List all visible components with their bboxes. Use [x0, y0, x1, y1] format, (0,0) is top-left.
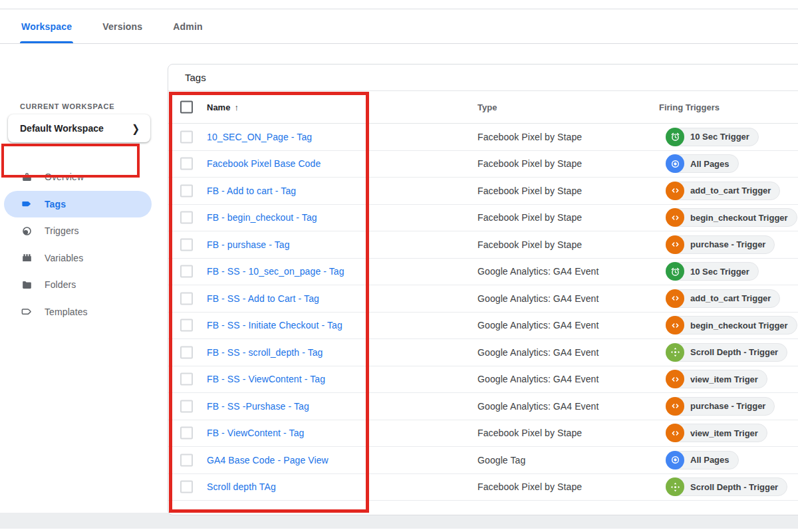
tag-name-link[interactable]: FB - SS - scroll_depth - Tag	[207, 347, 323, 358]
table-row: FB - SS -Purshase - Tag Google Analytics…	[168, 393, 798, 420]
row-checkbox[interactable]	[180, 346, 193, 358]
table-row: GA4 Base Code - Page View Google Tag All…	[168, 447, 798, 474]
code-icon	[666, 182, 684, 200]
table-row: Facebook Pixel Base Code Facebook Pixel …	[168, 151, 798, 178]
firing-trigger-label: purchase - Trigger	[690, 401, 765, 411]
row-checkbox[interactable]	[180, 427, 193, 440]
firing-trigger-label: Scroll Depth - Trigger	[690, 347, 778, 357]
code-icon	[666, 289, 684, 308]
row-checkbox[interactable]	[180, 481, 193, 493]
tag-name-link[interactable]: 10_SEC_ON_Page - Tag	[207, 132, 312, 142]
firing-trigger-badge[interactable]: purchase - Trigger	[666, 397, 775, 416]
sidebar: CURRENT WORKSPACE Default Workspace ❯ Ov…	[0, 44, 168, 513]
row-checkbox[interactable]	[180, 373, 193, 386]
row-checkbox[interactable]	[180, 184, 193, 197]
tag-name-link[interactable]: FB - ViewContent - Tag	[207, 428, 304, 438]
tag-name-link[interactable]: FB - SS - 10_sec_on_page - Tag	[207, 266, 344, 277]
tag-name-link[interactable]: FB - purshase - Tag	[207, 239, 290, 250]
firing-trigger-badge[interactable]: 10 Sec Trigger	[666, 262, 759, 281]
firing-trigger-label: begin_checkout Trigger	[690, 213, 788, 223]
table-row: FB - begin_checkout - Tag Facebook Pixel…	[168, 205, 798, 232]
table-row: FB - SS - Initiate Checkout - Tag Google…	[168, 313, 798, 340]
row-checkbox[interactable]	[180, 319, 193, 332]
firing-trigger-label: add_to_cart Trigger	[690, 293, 771, 303]
workspace-selector[interactable]: Default Workspace ❯	[8, 114, 150, 142]
tab-admin[interactable]: Admin	[172, 9, 204, 43]
table-header: Name↑ Type Firing Triggers	[168, 91, 798, 124]
firing-trigger-label: All Pages	[690, 455, 730, 465]
tag-name-link[interactable]: FB - begin_checkout - Tag	[207, 212, 317, 223]
row-checkbox[interactable]	[180, 158, 193, 170]
trigger-icon	[20, 224, 33, 237]
code-icon	[666, 208, 684, 227]
template-icon	[20, 305, 33, 319]
tag-type: Google Analytics: GA4 Event	[477, 401, 598, 412]
tab-admin-label: Admin	[173, 21, 203, 32]
tag-type: Facebook Pixel by Stape	[477, 481, 582, 492]
firing-trigger-badge[interactable]: begin_checkout Trigger	[666, 208, 797, 227]
sidebar-item-tags[interactable]: Tags	[4, 191, 152, 218]
firing-trigger-badge[interactable]: All Pages	[666, 154, 739, 173]
firing-trigger-label: begin_checkout Trigger	[690, 321, 788, 331]
tag-type: Google Analytics: GA4 Event	[477, 293, 598, 304]
firing-trigger-badge[interactable]: Scroll Depth - Trigger	[666, 343, 787, 362]
chevron-right-icon: ❯	[132, 122, 140, 134]
tag-type: Google Tag	[477, 455, 525, 466]
workspace-name: Default Workspace	[20, 123, 104, 134]
row-checkbox[interactable]	[180, 130, 193, 143]
table-row: FB - purshase - Tag Facebook Pixel by St…	[168, 231, 798, 259]
tag-name-link[interactable]: FB - SS - ViewContent - Tag	[207, 374, 325, 384]
tag-type: Google Analytics: GA4 Event	[477, 266, 598, 277]
column-header-firing-triggers: Firing Triggers	[659, 102, 720, 112]
column-header-name[interactable]: Name↑	[207, 102, 239, 112]
main-tabbar: Workspace Versions Admin	[0, 9, 798, 44]
tag-name-link[interactable]: GA4 Base Code - Page View	[207, 455, 329, 466]
firing-trigger-badge[interactable]: view_item Triger	[666, 424, 767, 442]
firing-trigger-badge[interactable]: 10 Sec Trigger	[666, 128, 759, 146]
active-tab-underline	[20, 41, 73, 43]
tag-name-link[interactable]: FB - SS - Initiate Checkout - Tag	[207, 320, 342, 331]
firing-trigger-label: 10 Sec Trigger	[690, 132, 749, 142]
firing-trigger-badge[interactable]: view_item Triger	[666, 370, 767, 388]
tag-type: Facebook Pixel by Stape	[477, 132, 582, 142]
row-checkbox[interactable]	[180, 265, 193, 278]
tag-name-link[interactable]: Facebook Pixel Base Code	[207, 158, 321, 169]
tag-name-link[interactable]: FB - Add to cart - Tag	[207, 186, 296, 196]
sidebar-item-templates[interactable]: Templates	[4, 299, 152, 326]
table-row: FB - SS - Add to Cart - Tag Google Analy…	[168, 285, 798, 313]
firing-trigger-badge[interactable]: begin_checkout Trigger	[666, 316, 797, 334]
row-checkbox[interactable]	[180, 292, 193, 305]
tab-versions[interactable]: Versions	[101, 9, 144, 43]
sidebar-item-triggers[interactable]: Triggers	[4, 217, 152, 245]
sort-ascending-icon: ↑	[234, 102, 239, 112]
sidebar-item-variables[interactable]: Variables	[4, 245, 152, 272]
row-checkbox[interactable]	[180, 211, 193, 224]
row-checkbox[interactable]	[180, 238, 193, 251]
firing-trigger-badge[interactable]: add_to_cart Trigger	[666, 289, 780, 308]
sidebar-nav: Overview Tags Triggers Variables Folders	[0, 164, 168, 325]
table-row: FB - SS - 10_sec_on_page - Tag Google An…	[168, 259, 798, 286]
tab-workspace[interactable]: Workspace	[20, 9, 73, 43]
row-checkbox[interactable]	[180, 454, 193, 466]
code-icon	[666, 235, 684, 254]
tags-panel: Tags Name↑ Type Firing Triggers 10_SEC_O…	[168, 64, 798, 515]
tag-name-link[interactable]: FB - SS -Purshase - Tag	[207, 401, 309, 412]
select-all-checkbox[interactable]	[180, 101, 193, 114]
pageview-icon	[666, 451, 684, 469]
firing-trigger-badge[interactable]: All Pages	[666, 451, 739, 469]
sidebar-item-folders[interactable]: Folders	[4, 271, 152, 299]
tag-name-link[interactable]: Scroll depth TAg	[207, 481, 276, 492]
firing-trigger-badge[interactable]: add_to_cart Trigger	[666, 182, 780, 200]
firing-trigger-badge[interactable]: purchase - Trigger	[666, 235, 775, 254]
sidebar-item-overview[interactable]: Overview	[4, 164, 152, 191]
firing-trigger-badge[interactable]: Scroll Depth - Trigger	[666, 477, 787, 496]
sidebar-item-label: Variables	[45, 253, 83, 263]
table-row: Scroll depth TAg Facebook Pixel by Stape…	[168, 474, 798, 501]
firing-trigger-label: view_item Triger	[690, 374, 758, 384]
folder-icon	[20, 278, 33, 291]
tag-name-link[interactable]: FB - SS - Add to Cart - Tag	[207, 293, 319, 304]
sidebar-item-label: Tags	[45, 199, 66, 209]
table-row: FB - Add to cart - Tag Facebook Pixel by…	[168, 178, 798, 205]
variables-icon	[20, 251, 33, 265]
row-checkbox[interactable]	[180, 400, 193, 412]
